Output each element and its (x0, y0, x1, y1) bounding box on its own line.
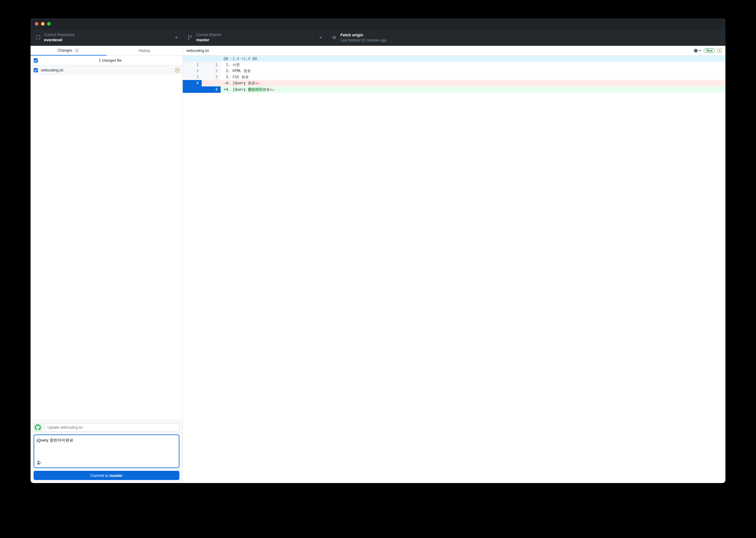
title-bar (31, 18, 725, 29)
tab-history-label: History (139, 49, 150, 53)
main-panel: webcoding.txt New @@ -1,4 +1,4 @@ 1 1 1.… (183, 46, 725, 483)
chevron-down-icon (699, 49, 701, 52)
diff-header: webcoding.txt New (183, 46, 725, 56)
fetch-button[interactable]: Fetch origin Last fetched 31 minutes ago (327, 29, 455, 46)
diff-settings-button[interactable] (693, 48, 701, 53)
diff-line-added[interactable]: 4 +4. jQuery 중반까지완료⊘↵ (183, 86, 725, 93)
branch-value: master (196, 37, 221, 43)
new-badge: New (704, 48, 715, 53)
github-icon (35, 424, 41, 431)
sidebar: Changes 1 History 1 changed file webcodi… (31, 46, 183, 483)
app-window: Current Repository everdevel Current Bra… (31, 18, 725, 483)
tab-changes[interactable]: Changes 1 (31, 46, 107, 56)
fetch-status: Last fetched 31 minutes ago (341, 38, 387, 43)
commit-summary-input[interactable] (45, 423, 179, 432)
branch-selector[interactable]: Current Branch master (183, 29, 327, 46)
changed-files-header: 1 changed file (31, 56, 182, 65)
commit-button-branch: master (110, 473, 123, 478)
add-coauthor-icon[interactable] (37, 460, 41, 465)
diff-line-deleted[interactable]: 4 -4. jQuery 완료⊘↵ (183, 80, 725, 86)
fetch-label: Fetch origin (341, 32, 387, 38)
tab-history[interactable]: History (107, 46, 183, 56)
minimize-window-button[interactable] (41, 22, 45, 26)
file-name: webcoding.txt (41, 68, 172, 72)
commit-button-prefix: Commit to (91, 473, 110, 478)
gear-icon (693, 48, 698, 53)
file-checkbox[interactable] (33, 68, 38, 72)
diff-line[interactable]: 2 2 2. HTML 완료 (183, 68, 725, 74)
changed-files-label: 1 changed file (41, 58, 179, 63)
repo-label: Current Repository (44, 32, 75, 37)
branch-icon (188, 35, 193, 40)
diff-hunk-header: @@ -1,4 +1,4 @@ (183, 56, 725, 62)
maximize-window-button[interactable] (47, 22, 51, 26)
tab-changes-label: Changes (57, 48, 72, 53)
return-icon: ↵ (257, 81, 259, 85)
modified-badge-icon (718, 49, 722, 53)
diff-filename: webcoding.txt (186, 49, 691, 53)
sidebar-tabs: Changes 1 History (31, 46, 182, 56)
repo-icon (35, 35, 40, 40)
commit-button[interactable]: Commit to master (33, 471, 179, 480)
repo-value: everdevel (44, 37, 75, 43)
return-icon: ↵ (272, 87, 274, 92)
commit-form: Commit to master (31, 420, 182, 483)
hunk-text: @@ -1,4 +1,4 @@ (220, 56, 725, 62)
repository-selector[interactable]: Current Repository everdevel (31, 29, 183, 46)
toolbar: Current Repository everdevel Current Bra… (31, 29, 725, 46)
modified-badge-icon (175, 68, 179, 72)
avatar (33, 423, 42, 432)
chevron-down-icon (319, 37, 322, 38)
commit-description-input[interactable] (37, 438, 176, 460)
close-window-button[interactable] (35, 22, 38, 26)
sync-icon (332, 35, 337, 40)
diff-line[interactable]: 3 3 3. CSS 완료 (183, 74, 725, 80)
diff-line[interactable]: 1 1 1. 서문 (183, 62, 725, 68)
window-controls (35, 22, 51, 26)
chevron-down-icon (175, 37, 177, 38)
commit-description-box[interactable] (33, 435, 179, 468)
select-all-checkbox[interactable] (33, 58, 38, 63)
diff-view: @@ -1,4 +1,4 @@ 1 1 1. 서문 2 2 2. HTML 완료… (183, 56, 725, 93)
changes-count-badge: 1 (74, 48, 80, 53)
body: Changes 1 History 1 changed file webcodi… (31, 46, 725, 483)
file-row[interactable]: webcoding.txt (31, 65, 182, 75)
branch-label: Current Branch (196, 32, 221, 37)
